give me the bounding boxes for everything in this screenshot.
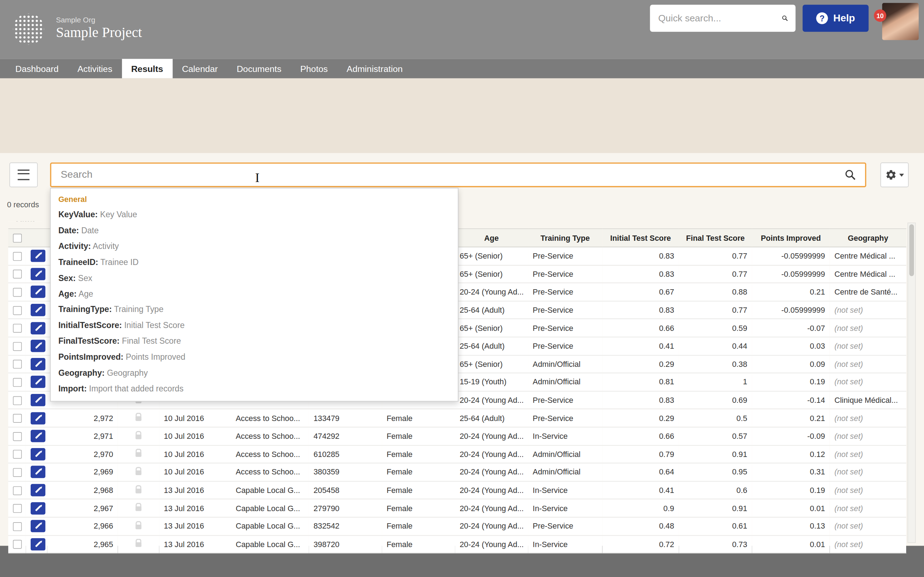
cell-training-type: Pre-Service bbox=[528, 301, 602, 319]
cell-initial-test-score: 0.41 bbox=[602, 481, 679, 500]
cell-initial-test-score: 0.67 bbox=[602, 283, 679, 301]
edit-row-button[interactable] bbox=[31, 340, 45, 352]
edit-row-button[interactable] bbox=[31, 538, 45, 551]
row-checkbox[interactable] bbox=[13, 450, 22, 459]
cell-final-test-score: 0.44 bbox=[679, 337, 752, 355]
nav-item-activities[interactable]: Activities bbox=[68, 59, 122, 78]
row-checkbox[interactable] bbox=[13, 270, 22, 279]
row-checkbox[interactable] bbox=[13, 432, 22, 441]
edit-row-button[interactable] bbox=[31, 322, 45, 334]
select-all-checkbox[interactable] bbox=[13, 234, 22, 243]
cell-age: 65+ (Senior) bbox=[455, 355, 528, 373]
col-header-final-test-score[interactable]: Final Test Score bbox=[679, 229, 752, 247]
edit-row-button[interactable] bbox=[31, 466, 45, 478]
lock-icon bbox=[136, 452, 142, 457]
cell-activity: Access to Schoo... bbox=[231, 427, 309, 445]
help-label: Help bbox=[834, 13, 855, 24]
search-icon[interactable] bbox=[844, 168, 857, 181]
search-suggestion[interactable]: TraineeID: Trainee ID bbox=[51, 254, 458, 270]
search-suggestion[interactable]: KeyValue: Key Value bbox=[51, 206, 458, 222]
nav-item-dashboard[interactable]: Dashboard bbox=[6, 59, 68, 78]
edit-row-button[interactable] bbox=[31, 484, 45, 496]
cell-points-improved: -0.05999999 bbox=[752, 301, 830, 319]
col-header-points-improved[interactable]: Points Improved bbox=[752, 229, 830, 247]
scrollbar-thumb[interactable] bbox=[909, 224, 914, 276]
search-suggestion[interactable]: Age: Age bbox=[51, 286, 458, 302]
cell-final-test-score: 0.5 bbox=[679, 409, 752, 427]
table-settings-button[interactable] bbox=[880, 163, 909, 187]
edit-row-button[interactable] bbox=[31, 394, 45, 406]
row-checkbox[interactable] bbox=[13, 360, 22, 369]
help-button[interactable]: ? Help bbox=[803, 5, 868, 32]
menu-button[interactable] bbox=[9, 163, 37, 187]
edit-row-button[interactable] bbox=[31, 502, 45, 514]
search-suggestion[interactable]: Date: Date bbox=[51, 222, 458, 238]
nav-item-photos[interactable]: Photos bbox=[291, 59, 337, 78]
cell-id: 2,966 bbox=[47, 517, 118, 535]
nav-item-documents[interactable]: Documents bbox=[227, 59, 291, 78]
cell-date: 13 Jul 2016 bbox=[159, 517, 231, 535]
table-search-input[interactable] bbox=[60, 168, 844, 181]
nav-item-administration[interactable]: Administration bbox=[337, 59, 412, 78]
row-checkbox[interactable] bbox=[13, 306, 22, 315]
table-scrollbar[interactable] bbox=[908, 222, 916, 543]
row-checkbox[interactable] bbox=[13, 396, 22, 405]
col-header-age[interactable]: Age bbox=[455, 229, 528, 247]
row-checkbox[interactable] bbox=[13, 468, 22, 477]
row-checkbox[interactable] bbox=[13, 342, 22, 351]
search-suggestion[interactable]: InitialTestScore: Initial Test Score bbox=[51, 318, 458, 334]
nav-item-calendar[interactable]: Calendar bbox=[173, 59, 228, 78]
search-suggestion[interactable]: TrainingType: Training Type bbox=[51, 302, 458, 318]
lock-icon bbox=[136, 488, 142, 493]
cell-lock bbox=[118, 499, 159, 517]
row-checkbox[interactable] bbox=[13, 288, 22, 297]
cell-training-type: Pre-Service bbox=[528, 517, 602, 535]
cell-age: 20-24 (Young Ad... bbox=[455, 427, 528, 445]
gear-icon bbox=[885, 169, 897, 181]
search-suggestion[interactable]: PointsImproved: Points Improved bbox=[51, 350, 458, 365]
row-checkbox[interactable] bbox=[13, 540, 22, 549]
edit-row-button[interactable] bbox=[31, 412, 45, 425]
cell-geography: Clinique Médical... bbox=[830, 391, 906, 409]
cell-points-improved: 0.01 bbox=[752, 499, 830, 517]
edit-row-button[interactable] bbox=[31, 268, 45, 280]
quick-search-input[interactable] bbox=[657, 13, 782, 24]
lock-icon bbox=[136, 524, 142, 529]
edit-row-button[interactable] bbox=[31, 448, 45, 461]
cell-final-test-score: 0.38 bbox=[679, 355, 752, 373]
cell-trainee-id: 205458 bbox=[309, 481, 382, 500]
edit-row-button[interactable] bbox=[31, 304, 45, 316]
edit-row-button[interactable] bbox=[31, 286, 45, 298]
edit-row-button[interactable] bbox=[31, 358, 45, 371]
search-suggestion[interactable]: Sex: Sex bbox=[51, 270, 458, 286]
col-header-training-type[interactable]: Training Type bbox=[528, 229, 602, 247]
user-avatar[interactable]: 10 bbox=[882, 3, 919, 40]
row-checkbox[interactable] bbox=[13, 414, 22, 423]
row-checkbox[interactable] bbox=[13, 504, 22, 513]
row-checkbox[interactable] bbox=[13, 252, 22, 261]
edit-row-button[interactable] bbox=[31, 520, 45, 532]
col-header-geography[interactable]: Geography bbox=[830, 229, 906, 247]
search-suggestion[interactable]: Import: Import that added records bbox=[51, 381, 458, 396]
row-checkbox[interactable] bbox=[13, 486, 22, 495]
edit-row-button[interactable] bbox=[31, 376, 45, 388]
cell-id: 2,968 bbox=[47, 481, 118, 500]
pencil-icon bbox=[35, 487, 40, 493]
cell-initial-test-score: 0.72 bbox=[602, 535, 679, 553]
search-suggestion[interactable]: Activity: Activity bbox=[51, 238, 458, 254]
row-checkbox[interactable] bbox=[13, 522, 22, 531]
col-header-initial-test-score[interactable]: Initial Test Score bbox=[602, 229, 679, 247]
cell-age: 20-24 (Young Ad... bbox=[455, 535, 528, 553]
search-suggestion[interactable]: FinalTestScore: Final Test Score bbox=[51, 334, 458, 349]
edit-row-button[interactable] bbox=[31, 430, 45, 442]
pencil-icon bbox=[35, 253, 40, 259]
notification-badge[interactable]: 10 bbox=[874, 9, 886, 22]
cell-training-type: In-Service bbox=[528, 481, 602, 500]
org-logo-icon[interactable] bbox=[13, 13, 44, 45]
nav-item-results[interactable]: Results bbox=[121, 59, 172, 78]
cell-points-improved: 0.21 bbox=[752, 409, 830, 427]
edit-row-button[interactable] bbox=[31, 250, 45, 262]
search-suggestion[interactable]: Geography: Geography bbox=[51, 365, 458, 381]
row-checkbox[interactable] bbox=[13, 378, 22, 387]
row-checkbox[interactable] bbox=[13, 324, 22, 333]
